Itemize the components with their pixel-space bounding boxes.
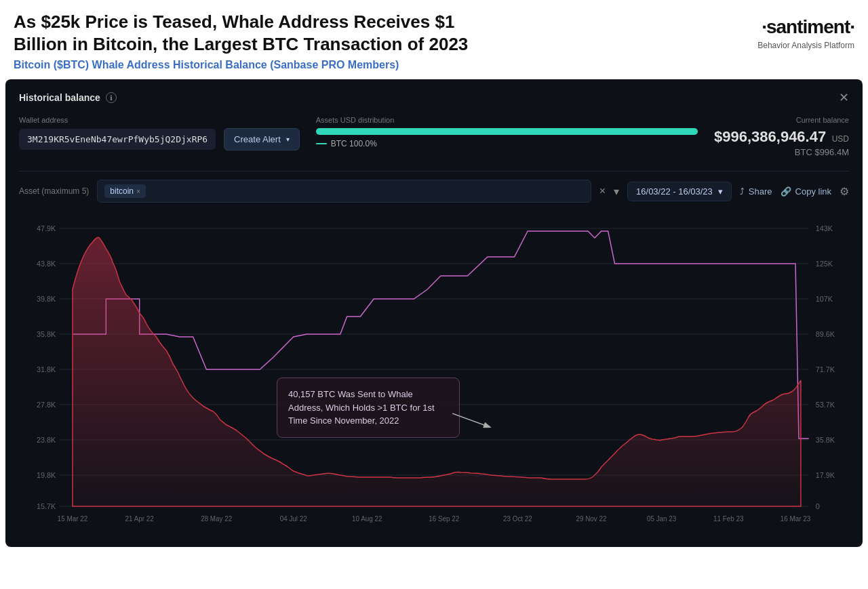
svg-text:71.7K: 71.7K [816, 365, 835, 373]
svg-text:143K: 143K [816, 224, 833, 232]
share-icon: ⤴ [740, 186, 745, 197]
svg-text:125K: 125K [816, 260, 833, 268]
asset-tag-bitcoin: bitcoin × [104, 184, 146, 198]
svg-text:16 Sep 22: 16 Sep 22 [429, 515, 459, 523]
asset-dropdown-button[interactable]: ▾ [614, 185, 619, 198]
share-button[interactable]: ⤴ Share [740, 186, 772, 197]
panel-title-row: Historical balance ℹ [19, 92, 117, 103]
wallet-section: Wallet address 3M219KR5vEneNb47ewrPfWyb5… [19, 116, 300, 150]
svg-text:15.7K: 15.7K [37, 502, 56, 510]
balance-usd-value: $996,386,946.47 [714, 128, 826, 145]
page-subtitle: Bitcoin ($BTC) Whale Address Historical … [14, 59, 757, 71]
distribution-bar-container [316, 128, 698, 135]
share-label: Share [749, 186, 772, 197]
panel-title: Historical balance [19, 92, 100, 103]
svg-text:27.8K: 27.8K [37, 401, 56, 409]
svg-line-39 [452, 413, 490, 427]
svg-text:23.8K: 23.8K [37, 436, 56, 444]
svg-text:53.7K: 53.7K [816, 401, 835, 409]
date-range-dropdown-icon: ▾ [718, 186, 723, 197]
svg-text:39.8K: 39.8K [37, 295, 56, 303]
svg-text:0: 0 [816, 502, 820, 510]
svg-text:43.8K: 43.8K [37, 260, 56, 268]
clear-asset-button[interactable]: × [599, 185, 606, 197]
distribution-label: Assets USD distribution [316, 116, 698, 124]
svg-text:21 Apr 22: 21 Apr 22 [125, 515, 155, 523]
asset-tag-close-icon[interactable]: × [136, 188, 140, 195]
svg-text:89.6K: 89.6K [816, 330, 835, 338]
close-button[interactable]: ✕ [839, 90, 849, 105]
settings-button[interactable]: ⚙ [840, 185, 849, 198]
asset-filter-row: Asset (maximum 5) bitcoin × × ▾ 16/03/22… [19, 180, 849, 203]
svg-text:29 Nov 22: 29 Nov 22 [576, 515, 606, 523]
wallet-row: Wallet address 3M219KR5vEneNb47ewrPfWyb5… [19, 116, 849, 157]
chart-container: 47.9K 43.8K 39.8K 35.8K 31.8K 27.8K 23.8… [19, 208, 849, 533]
svg-text:10 Aug 22: 10 Aug 22 [352, 515, 382, 523]
page-header: As $25k Price is Teased, Whale Address R… [0, 0, 868, 79]
copy-link-icon: 🔗 [781, 186, 791, 197]
asset-input-area[interactable]: bitcoin × [97, 180, 591, 203]
wallet-address-box: 3M219KR5vEneNb47ewrPfWyb5jQ2DjxRP6 Creat… [19, 128, 300, 150]
copy-link-button[interactable]: 🔗 Copy link [781, 186, 831, 197]
balance-btc-value: BTC $996.4M [714, 147, 849, 157]
legend-label-btc: BTC 100.0% [331, 139, 377, 148]
current-balance-section: Current balance $996,386,946.47 USD BTC … [714, 116, 849, 157]
historical-balance-panel: Historical balance ℹ ✕ Wallet address 3M… [5, 79, 863, 547]
chart-svg: 47.9K 43.8K 39.8K 35.8K 31.8K 27.8K 23.8… [19, 208, 849, 533]
svg-text:05 Jan 23: 05 Jan 23 [647, 515, 677, 523]
assets-distribution-section: Assets USD distribution BTC 100.0% [316, 116, 698, 148]
svg-text:04 Jul 22: 04 Jul 22 [280, 515, 307, 523]
tooltip-arrow-svg [452, 410, 500, 430]
copy-link-label: Copy link [795, 186, 831, 197]
action-buttons: ⤴ Share 🔗 Copy link ⚙ [740, 185, 849, 198]
wallet-address[interactable]: 3M219KR5vEneNb47ewrPfWyb5jQ2DjxRP6 [19, 129, 216, 150]
wallet-label: Wallet address [19, 116, 300, 124]
page-title: As $25k Price is Teased, Whale Address R… [14, 11, 475, 55]
distribution-bar [316, 128, 698, 135]
create-alert-dropdown-icon: ▾ [286, 136, 290, 143]
tooltip-text: 40,157 BTC Was Sent to Whale Address, Wh… [288, 389, 435, 426]
info-icon[interactable]: ℹ [106, 92, 117, 103]
date-range-button[interactable]: 16/03/22 - 16/03/23 ▾ [627, 182, 732, 201]
asset-filter-label: Asset (maximum 5) [19, 186, 89, 196]
balance-usd-row: $996,386,946.47 USD [714, 128, 849, 146]
svg-text:11 Feb 23: 11 Feb 23 [713, 515, 744, 523]
svg-text:17.9K: 17.9K [816, 471, 835, 479]
date-range-value: 16/03/22 - 16/03/23 [636, 186, 713, 197]
asset-tag-label: bitcoin [110, 186, 134, 196]
santiment-brand: ·santiment· [762, 16, 854, 38]
create-alert-button[interactable]: Create Alert ▾ [224, 128, 300, 150]
header-right: ·santiment· Behavior Analysis Platform [757, 11, 854, 50]
header-left: As $25k Price is Teased, Whale Address R… [14, 11, 757, 71]
legend-dash-btc [316, 143, 327, 144]
distribution-legend: BTC 100.0% [316, 139, 698, 148]
svg-text:35.8K: 35.8K [37, 330, 56, 338]
svg-text:31.8K: 31.8K [37, 365, 56, 373]
divider [19, 171, 849, 171]
svg-text:107K: 107K [816, 295, 833, 303]
svg-text:15 Mar 22: 15 Mar 22 [58, 515, 88, 523]
svg-text:23 Oct 22: 23 Oct 22 [503, 515, 532, 523]
balance-label: Current balance [714, 116, 849, 124]
chart-tooltip: 40,157 BTC Was Sent to Whale Address, Wh… [277, 378, 460, 438]
create-alert-label: Create Alert [234, 134, 281, 144]
svg-text:47.9K: 47.9K [37, 224, 56, 232]
svg-text:16 Mar 23: 16 Mar 23 [781, 515, 811, 523]
panel-header: Historical balance ℹ ✕ [19, 90, 849, 105]
svg-text:28 May 22: 28 May 22 [201, 515, 233, 523]
svg-text:19.8K: 19.8K [37, 471, 56, 479]
santiment-tagline: Behavior Analysis Platform [757, 41, 854, 50]
svg-text:35.8K: 35.8K [816, 436, 835, 444]
balance-usd-label: USD [832, 134, 849, 144]
